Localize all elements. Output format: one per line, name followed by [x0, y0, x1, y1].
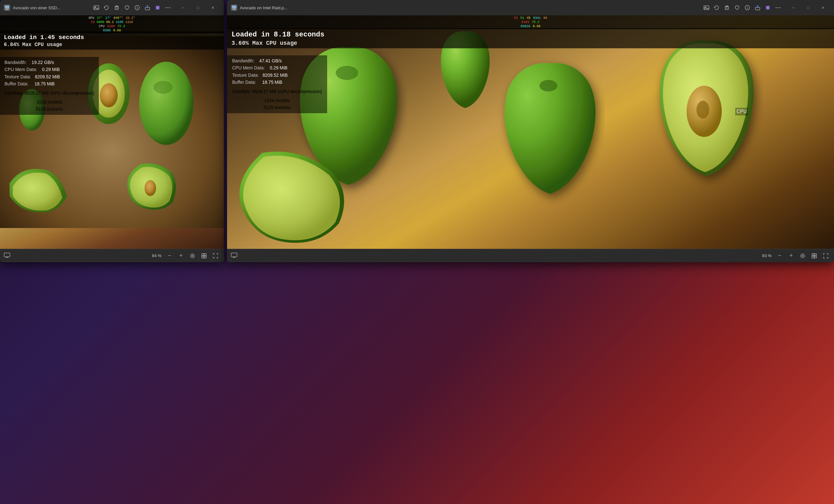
window-2-controls: ─ □ ✕	[786, 3, 830, 13]
bandwidth-value-1: 19.22 GB/s	[28, 60, 54, 65]
svg-point-15	[166, 7, 167, 8]
window-1-title: Avocado von einer SSD...	[13, 5, 91, 10]
svg-point-54	[540, 80, 557, 91]
cpu-mem-row-2: CPU Mem Data: 0.29 MiB	[232, 64, 322, 71]
textures-count-1: 5120 textures	[36, 107, 63, 112]
share-toolbar-icon[interactable]	[145, 5, 150, 10]
svg-rect-65	[814, 256, 816, 258]
monitor-status-icon-1[interactable]	[4, 253, 10, 259]
hud-gpu-val: 33.2°	[126, 16, 135, 20]
window-1-viewer: GPU 27° 17° 045°° 33.2° 53 6000 00.2 310…	[0, 15, 224, 249]
hud-val4: 3105	[116, 20, 124, 24]
cpu-mem-label-2: CPU Mem Data:	[232, 64, 265, 71]
svg-point-45	[747, 6, 748, 7]
gdeflate-row-1: GDeflate: 8628.27 MB (GPU decompression)	[4, 90, 94, 96]
svg-point-10	[137, 6, 137, 7]
hud2-val1: 53	[514, 16, 518, 20]
texture-label-1: Texture Data:	[4, 73, 31, 80]
buffer-label-2: Buffer Data:	[232, 79, 256, 86]
grid-button-1[interactable]	[200, 251, 208, 260]
layer-toolbar-icon-2[interactable]	[765, 5, 771, 10]
bandwidth-value-2: 47.41 GB/s	[256, 58, 282, 63]
svg-rect-62	[812, 254, 814, 256]
hud-val1: 53	[91, 20, 95, 24]
zoom-in-button-2[interactable]: +	[787, 251, 796, 260]
fit-button-2[interactable]	[798, 251, 807, 260]
hud2-val7: 75.2	[532, 20, 540, 24]
window-2-viewer: 53 51 45 034c 96 6103 75.2 0301G 0.60	[227, 15, 834, 249]
svg-point-56	[697, 101, 709, 119]
textures-row-2: 5120 textures	[232, 104, 322, 111]
models-count-1: 1024 models	[37, 100, 62, 105]
fullscreen-button-1[interactable]	[211, 251, 220, 260]
hud-gpu-freq: 045°°	[113, 16, 123, 20]
models-row-2: 1024 models	[232, 97, 322, 104]
window-2-title: Avocado on Intel Raid.p...	[240, 5, 701, 10]
cpu-mem-label-1: CPU Mem Data:	[4, 66, 37, 73]
models-count-2: 1024 models	[264, 98, 290, 103]
stats-panel-2: Bandwidth: 47.41 GB/s CPU Mem Data: 0.29…	[227, 55, 327, 113]
photo-toolbar-icon-2[interactable]	[704, 5, 709, 10]
window-1-content: GPU 27° 17° 045°° 33.2° 53 6000 00.2 310…	[0, 15, 224, 249]
svg-rect-26	[4, 253, 10, 257]
svg-point-29	[191, 254, 194, 258]
svg-point-52	[780, 7, 781, 8]
hud-cpu-label: CPU	[99, 24, 105, 28]
fullscreen-button-2[interactable]	[821, 251, 830, 260]
maximize-button-2[interactable]: □	[801, 3, 815, 13]
delete-toolbar-icon-2[interactable]	[724, 5, 730, 10]
monitor-status-icon-2[interactable]	[231, 253, 237, 259]
info-toolbar-icon-2[interactable]	[744, 5, 750, 10]
window-1-controls: ─ □ ✕	[176, 3, 220, 13]
buffer-label-1: Buffer Data:	[4, 80, 28, 87]
more-toolbar-icon-2[interactable]	[775, 5, 781, 10]
delete-toolbar-icon[interactable]	[114, 5, 119, 10]
rotate-toolbar-icon-2[interactable]	[714, 5, 720, 10]
hud-gpu-label: GPU	[89, 16, 94, 20]
stats-panel-1: Bandwidth: 19.22 GB/s CPU Mem Data: 0.29…	[0, 57, 99, 115]
buffer-row-1: Buffer Data: 18.75 MiB	[4, 80, 94, 87]
svg-rect-63	[814, 254, 816, 256]
loaded-time-1: Loaded in 1.45 seconds	[4, 33, 220, 42]
heart-toolbar-icon-2[interactable]	[734, 5, 740, 10]
rotate-toolbar-icon[interactable]	[104, 5, 109, 10]
svg-rect-38	[704, 6, 709, 9]
loaded-time-2: Loaded in 8.18 seconds	[232, 30, 830, 40]
zoom-out-button-1[interactable]: −	[165, 251, 174, 260]
grid-button-2[interactable]	[810, 251, 819, 260]
texture-row-2: Texture Data: 8209.52 MiB	[232, 72, 322, 79]
texture-value-1: 8209.52 MiB	[32, 74, 60, 79]
hud-val2: 6000	[96, 20, 104, 24]
svg-point-20	[153, 81, 173, 94]
info-toolbar-icon[interactable]	[134, 5, 140, 10]
svg-rect-40	[725, 7, 728, 9]
share-toolbar-icon-2[interactable]	[755, 5, 761, 10]
hud-val5: 1316	[125, 20, 133, 24]
layer-toolbar-icon[interactable]	[155, 5, 160, 10]
cpu-mem-row-1: CPU Mem Data: 0.29 MiB	[4, 66, 94, 73]
minimize-button-2[interactable]: ─	[786, 3, 801, 13]
bandwidth-row-2: Bandwidth: 47.41 GB/s	[232, 57, 322, 64]
window-1-toolbar	[93, 5, 171, 10]
more-toolbar-icon[interactable]	[165, 5, 171, 10]
fit-button-1[interactable]	[188, 251, 197, 260]
hud2-val6: 6103	[522, 20, 529, 24]
close-button-1[interactable]: ✕	[205, 3, 220, 13]
hud2-val5: 96	[543, 16, 547, 20]
zoom-in-button-1[interactable]: +	[177, 251, 185, 260]
svg-rect-14	[156, 6, 159, 9]
hud-gpu-temp1: 27°	[97, 16, 103, 20]
textures-count-2: 5120 textures	[264, 105, 291, 110]
gdeflate-row-2: GDeflate: 8628.27 MB (GPU decompression)	[232, 88, 322, 95]
zoom-level-1: 84 %	[151, 253, 162, 258]
minimize-button-1[interactable]: ─	[176, 3, 191, 13]
window-2: Avocado on Intel Raid.p...	[227, 0, 834, 262]
gdeflate-text-1: GDeflate: 8628.27 MB (GPU decompression)	[4, 90, 94, 95]
close-button-2[interactable]: ✕	[815, 3, 830, 13]
maximize-button-1[interactable]: □	[191, 3, 205, 13]
zoom-out-button-2[interactable]: −	[775, 251, 784, 260]
svg-rect-5	[115, 7, 118, 9]
heart-toolbar-icon[interactable]	[124, 5, 130, 10]
photo-toolbar-icon[interactable]	[93, 5, 99, 10]
hud-overlay-1: GPU 27° 17° 045°° 33.2° 53 6000 00.2 310…	[0, 15, 224, 33]
